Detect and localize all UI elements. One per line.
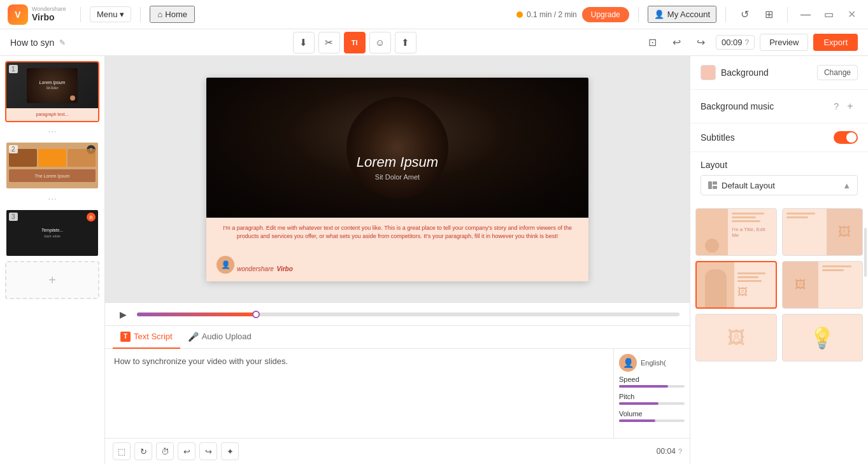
- magic-tool-button[interactable]: ✦: [221, 442, 239, 460]
- slide-thumbnail-3: Template... dark slide: [6, 210, 98, 256]
- chevron-down-icon: ▾: [120, 10, 124, 19]
- tool-btn-1[interactable]: ⬇: [293, 32, 315, 53]
- grid-view-button[interactable]: ⊞: [759, 5, 778, 24]
- slide-item-1[interactable]: 1 Lorem IpsumSit Dolor paragraph text...: [5, 61, 99, 122]
- toolbar-center: ⬇ ✂ TI ☺ ⬆: [69, 32, 639, 53]
- replace-avatar-button[interactable]: ↻: [134, 442, 152, 460]
- tab-text-script[interactable]: T Text Script: [113, 326, 180, 349]
- insert-text-button[interactable]: ⬚: [113, 442, 131, 460]
- script-textarea[interactable]: How to synchronize your video with your …: [114, 355, 604, 432]
- image-placeholder-icon: 🖼: [838, 225, 851, 239]
- canvas-slide[interactable]: Lorem Ipsum Sit Dolor Amet I'm a paragra…: [206, 78, 588, 281]
- script-area: How to synchronize your video with your …: [105, 349, 613, 438]
- layout-option-5[interactable]: 🖼: [695, 314, 777, 362]
- timeline-track[interactable]: [137, 313, 679, 316]
- canvas-text-overlay: Lorem Ipsum Sit Dolor Amet: [357, 154, 438, 181]
- volume-slider-track[interactable]: [619, 419, 685, 422]
- tool-btn-ti[interactable]: TI: [344, 32, 366, 53]
- home-icon: ⌂: [157, 10, 162, 19]
- background-color-swatch[interactable]: [701, 65, 716, 80]
- play-button[interactable]: ▶: [115, 307, 131, 322]
- voice-settings-panel: 👤 English( Speed Pitch: [613, 349, 690, 438]
- add-music-button[interactable]: +: [843, 99, 858, 114]
- layout-options-grid: I'm a Title, Edit Me 🖼: [690, 203, 868, 367]
- slide-sync-icon-3: B: [87, 213, 96, 221]
- home-button[interactable]: ⌂ Home: [150, 6, 195, 23]
- layout-option-4[interactable]: 🖼: [782, 261, 864, 309]
- toolbar: How to syn ✎ ⬇ ✂ TI ☺ ⬆ ⊡ ↩ ↪ 00:09 ? Pr…: [0, 29, 868, 56]
- redo-button[interactable]: ↪: [692, 33, 711, 52]
- svg-rect-1: [713, 181, 717, 185]
- layout-option-6[interactable]: 💡: [782, 314, 864, 362]
- grid-layout-icon[interactable]: ⊡: [643, 33, 662, 52]
- app-logo-icon: V: [8, 4, 28, 25]
- image-placeholder-icon-2: 🖼: [737, 286, 748, 297]
- speed-slider-track[interactable]: [619, 385, 685, 388]
- tool-btn-5[interactable]: ⬆: [395, 32, 416, 53]
- top-nav: V Wondershare Virbo Menu ▾ ⌂ Home 0.1 mi…: [0, 0, 868, 29]
- help-icon[interactable]: ?: [744, 38, 749, 47]
- layout-option-1[interactable]: I'm a Title, Edit Me: [695, 208, 777, 256]
- account-button[interactable]: 👤 My Account: [648, 6, 716, 23]
- layout-option-2[interactable]: 🖼: [782, 208, 864, 256]
- layout-section: Layout Default Layout ▲: [690, 152, 868, 203]
- layout-dropdown[interactable]: Default Layout ▲: [701, 175, 858, 195]
- slide-title: Lorem Ipsum: [357, 154, 438, 171]
- app-name: Virbo: [32, 13, 66, 22]
- background-label: Background: [721, 67, 769, 78]
- tool-btn-4[interactable]: ☺: [369, 32, 391, 53]
- slides-panel: 1 Lorem IpsumSit Dolor paragraph text...…: [0, 56, 105, 464]
- background-change-button[interactable]: Change: [817, 65, 858, 80]
- pitch-control: Pitch: [619, 393, 685, 405]
- canvas-wrapper: Lorem Ipsum Sit Dolor Amet I'm a paragra…: [105, 56, 690, 302]
- main-layout: 1 Lorem IpsumSit Dolor paragraph text...…: [0, 56, 868, 464]
- timer-button[interactable]: ⏱: [156, 442, 174, 460]
- history-button[interactable]: ↺: [735, 5, 754, 24]
- toggle-knob: [846, 132, 857, 143]
- pitch-slider-track[interactable]: [619, 402, 685, 405]
- volume-label: Volume: [619, 410, 685, 418]
- add-slide-button[interactable]: +: [5, 261, 99, 299]
- background-music-row: Background music ? +: [701, 99, 858, 114]
- slide-item-2[interactable]: 2 T The Lorem Ipsum: [5, 141, 99, 190]
- voice-language: English(: [641, 359, 666, 367]
- image-icon-4: 🖼: [795, 278, 806, 292]
- redo-script-button[interactable]: ↪: [199, 442, 217, 460]
- minimize-button[interactable]: —: [797, 6, 815, 24]
- coffee-overlay: [346, 97, 448, 199]
- layout-option-3[interactable]: 🖼: [695, 261, 777, 309]
- music-help-icon[interactable]: ?: [834, 101, 839, 111]
- subtitles-label: Subtitles: [701, 132, 735, 143]
- timeline-thumb[interactable]: [252, 311, 260, 318]
- bottom-tabs: T Text Script 🎤 Audio Upload: [105, 326, 690, 349]
- svg-rect-0: [708, 181, 712, 189]
- export-button[interactable]: Export: [813, 34, 858, 51]
- nav-divider-5: [787, 7, 788, 22]
- edit-title-icon[interactable]: ✎: [59, 38, 66, 47]
- menu-button[interactable]: Menu ▾: [90, 6, 132, 22]
- layout-label: Layout: [701, 160, 727, 170]
- undo-button[interactable]: ↩: [667, 33, 687, 52]
- speed-control: Speed: [619, 376, 685, 388]
- undo-script-button[interactable]: ↩: [178, 442, 196, 460]
- background-section: Background Change: [690, 56, 868, 90]
- upgrade-button[interactable]: Upgrade: [582, 7, 629, 22]
- tab-audio-upload[interactable]: 🎤 Audio Upload: [180, 326, 259, 349]
- slide-background-image: Lorem Ipsum Sit Dolor Amet: [206, 78, 588, 218]
- microphone-icon: 🎤: [188, 332, 199, 342]
- subtitles-toggle[interactable]: [834, 131, 858, 144]
- image-full-icon: 🖼: [727, 327, 745, 348]
- time-display: 00:09 ?: [716, 35, 755, 50]
- canvas-and-bottom: Lorem Ipsum Sit Dolor Amet I'm a paragra…: [105, 56, 690, 464]
- close-button[interactable]: ✕: [843, 6, 860, 24]
- speed-slider-fill: [619, 385, 668, 388]
- layout-scrollbar[interactable]: [864, 228, 867, 277]
- preview-button[interactable]: Preview: [760, 34, 808, 51]
- speed-label: Speed: [619, 376, 685, 383]
- background-row: Background Change: [701, 65, 858, 80]
- slide-item-3[interactable]: 3 B Template... dark slide: [5, 209, 99, 257]
- help-icon-small[interactable]: ?: [678, 447, 682, 455]
- maximize-button[interactable]: ▭: [820, 6, 837, 24]
- subtitles-section: Subtitles: [690, 123, 868, 152]
- tool-btn-2[interactable]: ✂: [318, 32, 340, 53]
